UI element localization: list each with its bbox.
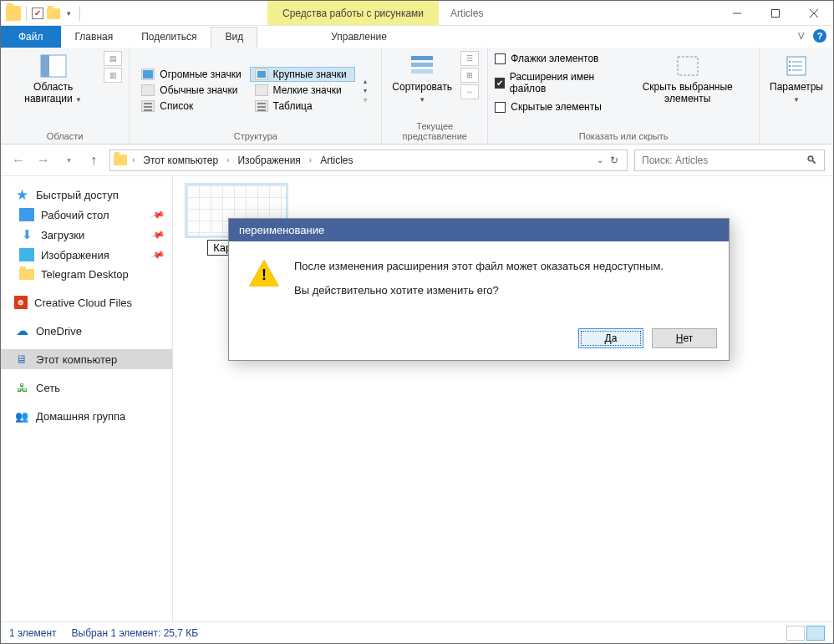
sidebar-homegroup[interactable]: 👥Домашняя группа [1,406,172,426]
address-bar[interactable]: › Этот компьютер › Изображения › Article… [109,150,628,171]
expand-gallery-icon[interactable]: ▿ [364,96,367,104]
qat-newfolder-icon[interactable] [47,8,60,19]
svg-point-14 [789,61,791,63]
cb-file-extensions[interactable]: ✔Расширения имен файлов [495,69,618,96]
details-pane-icon[interactable]: ▥ [104,68,122,83]
preview-pane-icon[interactable]: ▤ [104,51,122,66]
scroll-down-icon[interactable]: ▾ [364,87,367,94]
dialog-message-1: После изменения расширения этот файл мож… [294,260,664,272]
sidebar-downloads[interactable]: ⬇Загрузки📌 [1,225,172,245]
svg-rect-9 [678,57,698,75]
navigation-pane-button[interactable]: Область навигации ▼ [8,51,99,107]
dialog-title: переименование [229,219,729,241]
refresh-icon[interactable]: ↻ [610,155,618,166]
tab-manage[interactable]: Управление [303,27,414,48]
sidebar-pictures[interactable]: Изображения📌 [1,245,172,265]
separator [79,6,80,21]
folder-icon [19,269,34,280]
checkbox-icon [495,102,506,113]
ribbon: Область навигации ▼ ▤ ▥ Области Огромные… [1,48,833,145]
hide-selected-button[interactable]: Скрыть выбранные элементы [623,51,752,107]
onedrive-icon: ☁ [14,324,29,337]
status-selection: Выбран 1 элемент: 25,7 КБ [72,627,199,639]
help-icon[interactable]: ? [813,29,826,43]
tab-share[interactable]: Поделиться [127,27,211,48]
chevron-down-icon: ▼ [419,96,425,104]
monitor-icon: 🖥 [14,352,29,366]
app-folder-icon [6,6,21,21]
group-label-showhide: Показать или скрыть [495,129,752,142]
close-button[interactable] [795,1,833,25]
svg-rect-5 [41,55,49,77]
scroll-up-icon[interactable]: ▴ [364,78,367,85]
svg-rect-1 [772,9,780,17]
status-count: 1 элемент [9,627,57,639]
cb-item-checkboxes[interactable]: Флажки элементов [495,51,618,66]
view-details-button[interactable] [786,626,805,641]
back-button[interactable]: ← [9,151,28,170]
group-label-panes: Области [8,129,122,142]
chevron-right-icon[interactable]: › [129,155,138,165]
desktop-icon [19,208,34,221]
pin-icon: 📌 [150,247,166,262]
layout-large-icons[interactable]: Крупные значки [250,67,355,82]
sidebar-this-pc[interactable]: 🖥Этот компьютер [1,349,172,369]
tab-view[interactable]: Вид [211,27,257,48]
minimize-button[interactable] [718,1,756,25]
search-box[interactable]: Поиск: Articles 🔍︎ [634,150,825,171]
homegroup-icon: 👥 [14,409,29,423]
nav-pane-label-1: Область навигации [24,81,73,104]
tab-file[interactable]: Файл [1,26,61,48]
chevron-right-icon[interactable]: › [223,155,232,165]
breadcrumb-level1[interactable]: Изображения [234,155,303,166]
cb-hidden-items[interactable]: Скрытые элементы [495,99,618,114]
history-dropdown-icon[interactable]: ▾ [59,151,78,170]
view-large-button[interactable] [806,626,825,641]
addcolumns-icon[interactable]: ⊞ [460,68,479,83]
layout-small-icons[interactable]: Мелкие значки [250,83,355,98]
sort-button[interactable]: Сортировать▼ [389,51,455,107]
chevron-right-icon[interactable]: › [306,155,315,165]
layout-table[interactable]: Таблица [250,99,355,114]
quick-access-toolbar: ✔ ▾ [1,1,87,25]
pin-icon: 📌 [150,227,166,242]
sizecolumns-icon[interactable]: ↔ [460,84,479,99]
contextual-tab-header: Средства работы с рисунками [267,1,439,25]
layout-list[interactable]: Список [136,99,249,114]
small-icons-icon [255,84,268,96]
breadcrumb-root[interactable]: Этот компьютер [140,155,221,166]
separator [26,6,27,21]
ribbon-group-layout: Огромные значки Крупные значки Обычные з… [130,48,382,144]
no-button[interactable]: Нет [652,328,717,348]
huge-icons-icon [141,68,155,80]
options-button[interactable]: Параметры▼ [766,51,826,107]
large-icons-icon [255,68,268,80]
medium-icons-icon [141,84,155,96]
yes-button[interactable]: Да [578,328,643,348]
ribbon-group-showhide: Флажки элементов ✔Расширения имен файлов… [488,48,760,144]
sidebar-network[interactable]: 🖧Сеть [1,378,172,398]
qat-properties-icon[interactable]: ✔ [32,8,43,19]
sidebar-creative-cloud[interactable]: ⊚Creative Cloud Files [1,292,172,312]
warning-icon: ! [249,260,279,287]
folder-icon [114,155,127,165]
sidebar-telegram[interactable]: Telegram Desktop [1,265,172,284]
layout-normal-icons[interactable]: Обычные значки [136,83,249,98]
qat-dropdown-icon[interactable]: ▾ [64,9,74,18]
sidebar-onedrive[interactable]: ☁OneDrive [1,321,172,341]
sidebar-desktop[interactable]: Рабочий стол📌 [1,205,172,225]
maximize-button[interactable] [756,1,795,25]
collapse-ribbon-icon[interactable]: ᐯ [798,31,805,42]
address-dropdown-icon[interactable]: ⌄ [597,155,603,165]
search-placeholder: Поиск: Articles [642,155,708,166]
layout-huge-icons[interactable]: Огромные значки [136,67,249,82]
groupby-icon[interactable]: ☰ [460,51,479,66]
up-button[interactable]: ↑ [84,151,103,170]
breadcrumb-level2[interactable]: Articles [317,155,356,166]
forward-button[interactable]: → [34,151,53,170]
svg-point-16 [789,69,791,71]
sidebar-quick-access[interactable]: ★Быстрый доступ [1,185,172,205]
chevron-down-icon: ▼ [793,96,800,104]
tab-home[interactable]: Главная [61,27,128,48]
creative-cloud-icon: ⊚ [14,296,28,309]
